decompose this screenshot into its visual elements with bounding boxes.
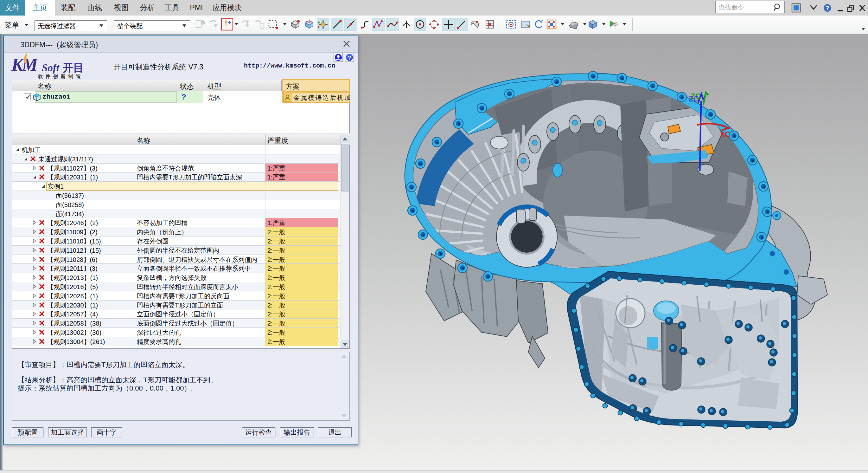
svg-text:?: ? <box>348 55 351 61</box>
svg-text:XC: XC <box>720 130 730 139</box>
svg-text:?: ? <box>826 5 829 11</box>
svg-text:ZC: ZC <box>689 94 699 103</box>
